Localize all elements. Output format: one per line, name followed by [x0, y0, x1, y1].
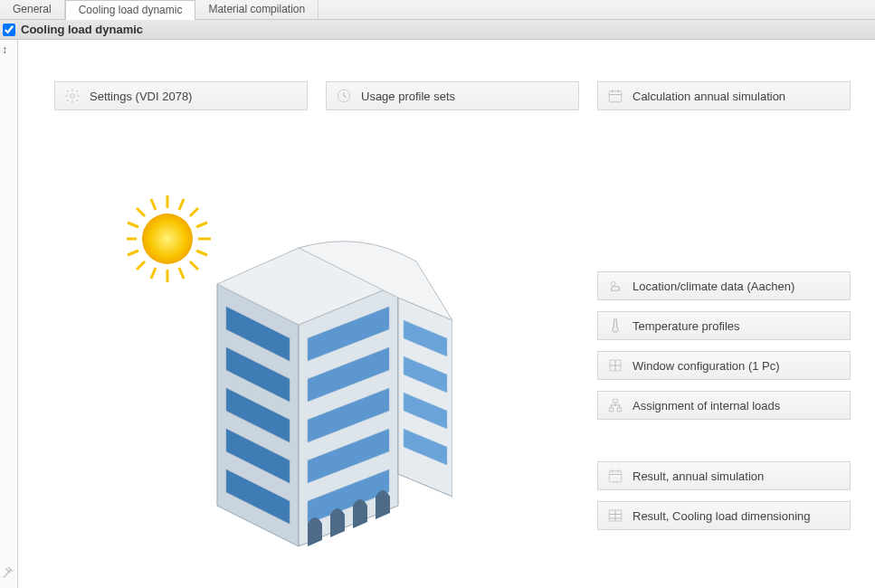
- svg-line-24: [128, 251, 138, 255]
- settings-label: Settings (VDI 2078): [90, 90, 192, 103]
- calculation-annual-button[interactable]: Calculation annual simulation: [597, 81, 851, 110]
- result-dimensioning-button[interactable]: Result, Cooling load dimensioning: [597, 501, 851, 530]
- temperature-profiles-label: Temperature profiles: [632, 319, 740, 333]
- table-icon: [607, 507, 623, 524]
- panel-header: Cooling load dynamic: [0, 20, 875, 40]
- location-climate-button[interactable]: Location/climate data (Aachen): [597, 271, 851, 300]
- gear-icon: [64, 88, 81, 104]
- svg-line-18: [190, 208, 198, 216]
- plug-icon[interactable]: [2, 564, 16, 583]
- window-configuration-button[interactable]: Window configuration (1 Pc): [597, 351, 851, 380]
- panel-title: Cooling load dynamic: [21, 23, 143, 36]
- svg-line-21: [151, 268, 156, 279]
- svg-line-17: [137, 261, 145, 270]
- svg-line-25: [196, 223, 207, 227]
- svg-point-10: [142, 213, 193, 264]
- tab-general[interactable]: General: [0, 0, 65, 19]
- side-rail: ↕: [0, 40, 18, 588]
- thermometer-icon: [607, 318, 623, 334]
- svg-point-3: [612, 282, 616, 287]
- result-annual-button[interactable]: Result, annual simulation: [597, 461, 851, 490]
- svg-line-20: [179, 199, 184, 210]
- result-annual-label: Result, annual simulation: [632, 469, 764, 483]
- svg-line-15: [137, 208, 145, 216]
- panel-enable-checkbox[interactable]: [3, 24, 15, 36]
- window-icon: [607, 357, 623, 374]
- calendar-icon: [607, 88, 623, 104]
- usage-profile-button[interactable]: Usage profile sets: [326, 81, 579, 110]
- assignment-internal-loads-button[interactable]: Assignment of internal loads: [597, 391, 851, 420]
- svg-rect-5: [613, 399, 618, 403]
- calculation-annual-label: Calculation annual simulation: [632, 90, 785, 103]
- weather-icon: [607, 278, 623, 294]
- svg-rect-6: [609, 408, 613, 412]
- expand-icon[interactable]: ↕: [2, 43, 7, 56]
- tab-cooling-load-dynamic[interactable]: Cooling load dynamic: [65, 0, 196, 20]
- settings-button[interactable]: Settings (VDI 2078): [54, 81, 308, 110]
- usage-profile-label: Usage profile sets: [361, 90, 455, 103]
- calendar-result-icon: [607, 468, 623, 484]
- assignment-internal-loads-label: Assignment of internal loads: [632, 399, 780, 413]
- svg-rect-8: [609, 471, 622, 482]
- window-configuration-label: Window configuration (1 Pc): [632, 359, 780, 373]
- top-tab-bar: General Cooling load dynamic Material co…: [0, 0, 875, 20]
- workspace: Settings (VDI 2078) Usage profile sets C…: [18, 40, 875, 588]
- svg-line-19: [151, 199, 156, 210]
- hierarchy-icon: [607, 397, 623, 413]
- temperature-profiles-button[interactable]: Temperature profiles: [597, 311, 851, 340]
- svg-line-23: [128, 223, 138, 227]
- svg-rect-7: [617, 408, 622, 412]
- svg-line-22: [179, 268, 184, 279]
- svg-point-0: [71, 94, 75, 99]
- location-climate-label: Location/climate data (Aachen): [632, 280, 794, 293]
- tab-material-compilation[interactable]: Material compilation: [195, 0, 319, 19]
- building-illustration: [127, 175, 452, 555]
- svg-line-16: [190, 261, 198, 270]
- svg-line-26: [196, 251, 207, 255]
- result-dimensioning-label: Result, Cooling load dimensioning: [632, 509, 811, 523]
- clock-icon: [336, 88, 352, 104]
- svg-rect-2: [609, 91, 622, 102]
